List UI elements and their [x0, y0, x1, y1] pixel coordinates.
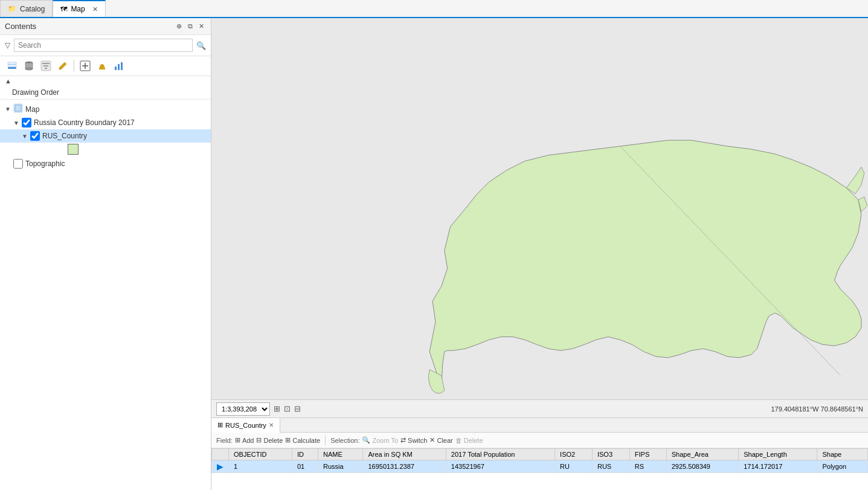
delete-field-label: Delete: [263, 437, 283, 444]
map-layers-icon[interactable]: [5, 59, 19, 73]
col-shape-length[interactable]: Shape_Length: [739, 449, 817, 460]
cell-shape: Polygon: [817, 460, 868, 473]
checkbox-topographic[interactable]: [13, 159, 23, 169]
attr-tab-label: RUS_Country: [225, 422, 266, 429]
cell-name: Russia: [318, 460, 362, 473]
expand-rus-country[interactable]: ▼: [22, 133, 30, 140]
attribute-table: OBJECTID ID NAME Area in SQ KM 2017 Tota…: [211, 448, 868, 473]
switch-btn[interactable]: ⇄ Switch: [400, 436, 427, 444]
svg-rect-0: [8, 67, 16, 69]
map-svg: [211, 18, 868, 399]
search-input[interactable]: [14, 39, 193, 52]
contents-close-btn[interactable]: ✕: [197, 22, 206, 31]
tab-map[interactable]: 🗺 Map ✕: [53, 0, 105, 17]
map-coords: 179.4048181°W 70.8648561°N: [771, 405, 863, 413]
chart-icon[interactable]: [112, 59, 126, 73]
layer-tree-map[interactable]: ▼ Map: [0, 102, 211, 116]
zoom-extent-btn[interactable]: ⊡: [284, 404, 291, 413]
svg-point-5: [25, 68, 33, 70]
zoom-layer-btn[interactable]: ⊟: [294, 404, 301, 413]
tab-map-close[interactable]: ✕: [92, 5, 98, 13]
map-bottom-bar: 1:3,393,208 ⊞ ⊡ ⊟ 179.4048181°W 70.86485…: [211, 399, 868, 417]
add-field-icon: ⊞: [235, 436, 240, 444]
pencil-icon[interactable]: [56, 59, 70, 73]
clear-btn[interactable]: ✕ Clear: [429, 436, 452, 444]
tab-catalog[interactable]: 📁 Catalog: [0, 0, 53, 17]
svg-rect-1: [8, 65, 16, 66]
layer-topographic[interactable]: ▶ Topographic: [0, 157, 211, 170]
col-fips[interactable]: FIPS: [629, 449, 666, 460]
cell-fips: RS: [629, 460, 666, 473]
attr-tab-table-icon: ⊞: [217, 421, 223, 429]
collapse-arrow[interactable]: ▲: [0, 76, 211, 86]
clear-icon: ✕: [429, 436, 435, 444]
field-label: Field:: [216, 437, 233, 444]
col-shape[interactable]: Shape: [817, 449, 868, 460]
scale-select[interactable]: 1:3,393,208: [216, 402, 270, 416]
tab-bar: 📁 Catalog 🗺 Map ✕: [0, 0, 868, 18]
attr-table-tabs: ⊞ RUS_Country ✕: [211, 418, 868, 433]
switch-icon: ⇄: [400, 436, 406, 444]
layer-russia-boundary[interactable]: ▼ Russia Country Boundary 2017: [0, 116, 211, 129]
contents-title: Contents: [5, 22, 36, 31]
add-field-label: Add: [242, 437, 254, 444]
checkbox-rus-country[interactable]: [30, 131, 40, 141]
layer-rus-country-label: RUS_Country: [42, 132, 87, 140]
map-icon: [13, 103, 23, 115]
attr-table-panel: ⊞ RUS_Country ✕ Field: ⊞ Add ⊟ Delete: [211, 417, 868, 490]
expand-map[interactable]: ▼: [5, 106, 13, 112]
cell-iso3: RUS: [592, 460, 629, 473]
contents-controls: ⊕ ⧉ ✕: [175, 22, 206, 31]
col-iso3[interactable]: ISO3: [592, 449, 629, 460]
add-field-btn[interactable]: ⊞ Add: [235, 436, 254, 444]
search-box: ▽ 🔍: [0, 35, 211, 56]
attr-tab-close[interactable]: ✕: [269, 422, 274, 428]
cylinder-icon[interactable]: [22, 59, 36, 73]
cell-objectid: 1: [229, 460, 292, 473]
toolbar-separator-1: [74, 60, 74, 72]
col-population[interactable]: 2017 Total Population: [446, 449, 555, 460]
scale-area: 1:3,393,208 ⊞ ⊡ ⊟: [216, 402, 301, 416]
svg-rect-16: [121, 62, 123, 70]
col-area[interactable]: Area in SQ KM: [363, 449, 446, 460]
contents-pin-btn[interactable]: ⊕: [175, 22, 184, 31]
table-row[interactable]: ▶ 1 01 Russia 16950131.2387 143521967 RU…: [212, 460, 868, 473]
expand-russia[interactable]: ▼: [13, 120, 22, 126]
delete-field-icon: ⊟: [256, 436, 262, 444]
drawing-order-label: Drawing Order: [0, 86, 211, 100]
col-shape-area[interactable]: Shape_Area: [666, 449, 738, 460]
layer-rus-country[interactable]: ▼ RUS_Country: [0, 129, 211, 143]
zoom-to-btn[interactable]: 🔍 Zoom To: [362, 436, 398, 444]
map-tab-icon: 🗺: [60, 5, 67, 13]
checkbox-russia-boundary[interactable]: [22, 118, 31, 127]
tab-map-label: Map: [71, 5, 85, 13]
contents-dock-btn[interactable]: ⧉: [186, 22, 194, 31]
zoom-to-label: Zoom To: [372, 437, 398, 444]
row-indicator: ▶: [212, 460, 229, 473]
layer-tree: ▼ Map ▼ Russia Country Boundary 2017 ▼ R…: [0, 100, 211, 490]
grid-add-icon[interactable]: [78, 59, 92, 73]
col-id[interactable]: ID: [292, 449, 318, 460]
tab-catalog-label: Catalog: [20, 5, 45, 13]
calculate-btn[interactable]: ⊞ Calculate: [285, 436, 320, 444]
contents-toolbar: [0, 56, 211, 76]
filter-layer-icon[interactable]: [39, 59, 53, 73]
stamp-icon[interactable]: [95, 59, 109, 73]
delete-sel-label: Delete: [464, 437, 483, 444]
calculate-icon: ⊞: [285, 436, 291, 444]
main-content: Contents ⊕ ⧉ ✕ ▽ 🔍: [0, 18, 868, 490]
attr-toolbar: Field: ⊞ Add ⊟ Delete ⊞ Calculate: [211, 433, 868, 448]
col-name[interactable]: NAME: [318, 449, 362, 460]
delete-field-btn[interactable]: ⊟ Delete: [256, 436, 283, 444]
zoom-in-btn[interactable]: ⊞: [274, 404, 280, 413]
map-canvas[interactable]: [211, 18, 868, 399]
delete-sel-btn[interactable]: 🗑 Delete: [455, 437, 483, 444]
col-row-num: [212, 449, 229, 460]
cell-id: 01: [292, 460, 318, 473]
search-button[interactable]: 🔍: [196, 41, 206, 50]
attr-tab-rus-country[interactable]: ⊞ RUS_Country ✕: [211, 418, 280, 433]
calculate-label: Calculate: [292, 437, 320, 444]
col-objectid[interactable]: OBJECTID: [229, 449, 292, 460]
col-iso2[interactable]: ISO2: [555, 449, 593, 460]
attr-table-wrapper[interactable]: OBJECTID ID NAME Area in SQ KM 2017 Tota…: [211, 448, 868, 490]
